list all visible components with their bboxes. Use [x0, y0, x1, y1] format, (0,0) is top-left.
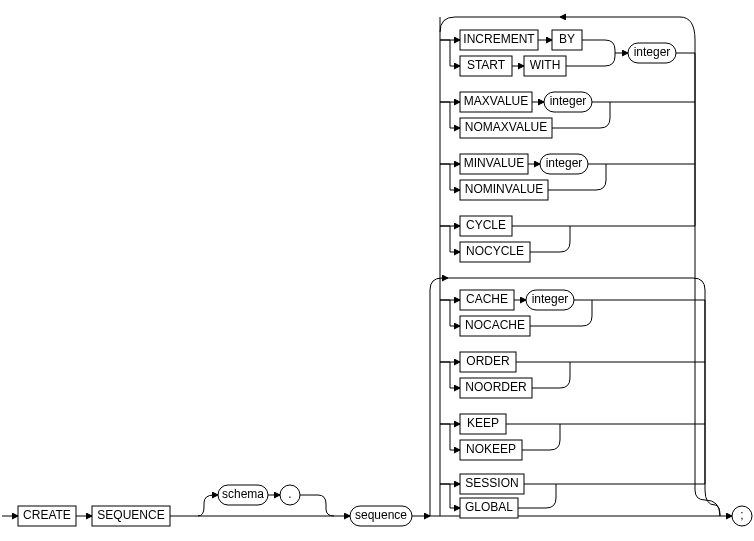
- svg-text:integer: integer: [546, 156, 583, 170]
- svg-text:MAXVALUE: MAXVALUE: [464, 94, 528, 108]
- svg-text:START: START: [467, 58, 506, 72]
- schema-label: schema: [222, 487, 264, 501]
- semicolon-label: ;: [740, 508, 743, 522]
- svg-text:integer: integer: [532, 292, 569, 306]
- svg-text:KEEP: KEEP: [467, 416, 499, 430]
- svg-text:MINVALUE: MINVALUE: [464, 156, 524, 170]
- svg-text:CACHE: CACHE: [466, 292, 508, 306]
- svg-text:CYCLE: CYCLE: [466, 218, 506, 232]
- syntax-diagram: CREATE SEQUENCE schema . sequence INCREM: [0, 0, 754, 541]
- svg-text:WITH: WITH: [530, 58, 561, 72]
- svg-text:NOMINVALUE: NOMINVALUE: [465, 182, 543, 196]
- svg-text:integer: integer: [550, 94, 587, 108]
- svg-text:ORDER: ORDER: [466, 354, 510, 368]
- svg-text:integer: integer: [634, 45, 671, 59]
- svg-text:NOKEEP: NOKEEP: [466, 442, 516, 456]
- sequence-label: sequence: [355, 508, 407, 522]
- svg-text:BY: BY: [559, 32, 575, 46]
- sequence-kw-label: SEQUENCE: [97, 508, 164, 522]
- create-label: CREATE: [23, 508, 71, 522]
- svg-text:INCREMENT: INCREMENT: [463, 32, 535, 46]
- svg-text:NOORDER: NOORDER: [465, 380, 527, 394]
- svg-text:NOCYCLE: NOCYCLE: [466, 244, 524, 258]
- svg-text:GLOBAL: GLOBAL: [465, 500, 513, 514]
- svg-text:NOCACHE: NOCACHE: [465, 318, 525, 332]
- dot-label: .: [288, 487, 291, 501]
- svg-text:SESSION: SESSION: [465, 476, 518, 490]
- svg-text:NOMAXVALUE: NOMAXVALUE: [465, 120, 547, 134]
